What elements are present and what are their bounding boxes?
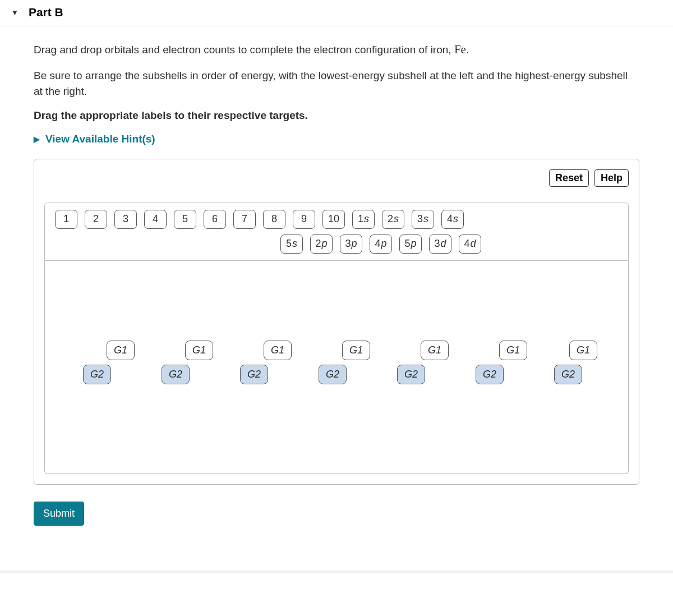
target-pair: G1G2 — [162, 341, 213, 384]
palette-chip-4p[interactable]: 4p — [370, 235, 392, 254]
palette-chip-9[interactable]: 9 — [293, 210, 315, 229]
palette-chip-3d[interactable]: 3d — [429, 235, 451, 254]
palette-chip-4s[interactable]: 4s — [441, 210, 464, 229]
hints-toggle[interactable]: ▶ View Available Hint(s) — [34, 133, 639, 145]
instruction-line-2: Be sure to arrange the subshells in orde… — [34, 68, 639, 99]
drop-area: G1G2G1G2G1G2G1G2G1G2G1G2G1G2 — [44, 261, 629, 474]
part-header[interactable]: ▼ Part B — [0, 0, 673, 26]
content-area: Drag and drop orbitals and electron coun… — [0, 26, 673, 548]
target-slot-g1[interactable]: G1 — [107, 341, 135, 360]
target-slot-g1[interactable]: G1 — [185, 341, 213, 360]
submit-button[interactable]: Submit — [34, 502, 84, 526]
target-slot-g2[interactable]: G2 — [554, 365, 582, 384]
palette-chip-2p[interactable]: 2p — [310, 235, 333, 254]
label-palette: 123456789101s2s3s4s 5s2p3p4p5p3d4d — [44, 203, 629, 261]
canvas-toolbar: Reset Help — [44, 169, 629, 187]
target-slot-g2[interactable]: G2 — [319, 365, 347, 384]
palette-row-1: 123456789101s2s3s4s — [55, 210, 618, 229]
target-pair: G1G2 — [83, 341, 135, 384]
palette-chip-3[interactable]: 3 — [114, 210, 137, 229]
palette-chip-2[interactable]: 2 — [85, 210, 107, 229]
target-pair: G1G2 — [476, 341, 527, 384]
target-slot-g2[interactable]: G2 — [83, 365, 111, 384]
palette-chip-1[interactable]: 1 — [55, 210, 77, 229]
instruction-bold: Drag the appropriate labels to their res… — [34, 109, 639, 122]
palette-chip-4[interactable]: 4 — [144, 210, 167, 229]
target-slot-g1[interactable]: G1 — [264, 341, 292, 360]
palette-chip-5s[interactable]: 5s — [280, 235, 303, 254]
palette-chip-2s[interactable]: 2s — [382, 210, 404, 229]
target-slot-g2[interactable]: G2 — [476, 365, 504, 384]
target-slot-g1[interactable]: G1 — [342, 341, 370, 360]
activity-canvas: Reset Help 123456789101s2s3s4s 5s2p3p4p5… — [34, 159, 639, 485]
palette-chip-6[interactable]: 6 — [204, 210, 226, 229]
palette-chip-3p[interactable]: 3p — [340, 235, 362, 254]
target-slot-g2[interactable]: G2 — [240, 365, 268, 384]
target-slot-g1[interactable]: G1 — [421, 341, 449, 360]
palette-chip-8[interactable]: 8 — [263, 210, 285, 229]
target-pair: G1G2 — [240, 341, 292, 384]
target-slot-g1[interactable]: G1 — [499, 341, 527, 360]
palette-chip-3s[interactable]: 3s — [412, 210, 434, 229]
target-pair-row: G1G2G1G2G1G2G1G2G1G2G1G2G1G2 — [45, 341, 628, 384]
palette-chip-5p[interactable]: 5p — [399, 235, 422, 254]
target-pair: G1G2 — [554, 341, 606, 384]
footer-divider — [0, 571, 673, 573]
palette-chip-7[interactable]: 7 — [233, 210, 256, 229]
palette-chip-5[interactable]: 5 — [174, 210, 196, 229]
target-slot-g2[interactable]: G2 — [397, 365, 425, 384]
element-symbol: Fe — [454, 43, 466, 56]
target-pair: G1G2 — [319, 341, 370, 384]
instruction-line-1: Drag and drop orbitals and electron coun… — [34, 41, 639, 58]
palette-chip-10[interactable]: 10 — [322, 210, 345, 229]
palette-chip-1s[interactable]: 1s — [352, 210, 375, 229]
palette-chip-4d[interactable]: 4d — [459, 235, 481, 254]
target-slot-g1[interactable]: G1 — [569, 341, 597, 360]
target-slot-g2[interactable]: G2 — [162, 365, 190, 384]
hints-label: View Available Hint(s) — [45, 133, 155, 145]
collapse-icon: ▼ — [11, 8, 19, 17]
part-title: Part B — [29, 6, 63, 19]
help-button[interactable]: Help — [594, 169, 629, 187]
target-pair: G1G2 — [397, 341, 449, 384]
reset-button[interactable]: Reset — [549, 169, 589, 187]
palette-row-2: 5s2p3p4p5p3d4d — [144, 235, 618, 254]
chevron-right-icon: ▶ — [34, 135, 40, 144]
